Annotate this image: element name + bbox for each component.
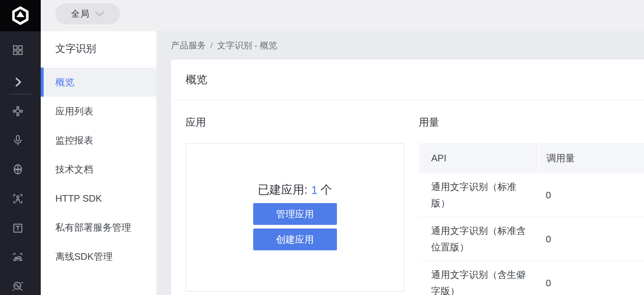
sidebar-item-3[interactable]: 监控报表 [41, 126, 156, 155]
region-selector[interactable]: 全局 [55, 3, 120, 24]
cloud-logo[interactable] [0, 0, 41, 31]
rail-divider [9, 94, 32, 94]
text-recognition-icon[interactable] [12, 222, 24, 234]
sidebar-title-divider [41, 66, 156, 66]
sidebar-menu: 概览应用列表监控报表技术文档HTTP SDK私有部署服务管理离线SDK管理 [41, 68, 156, 271]
app-panel: 已建应用: 1 个 管理应用创建应用 [186, 143, 404, 292]
sidebar-title: 文字识别 [41, 31, 156, 66]
sidebar-item-2[interactable]: 应用列表 [41, 97, 156, 126]
usage-table: API 调用量 通用文字识别（标准版）0通用文字识别（标准含位置版）0通用文字识… [419, 143, 644, 295]
sidebar-item-1[interactable]: 概览 [41, 68, 156, 97]
sidebar-item-7[interactable]: 离线SDK管理 [41, 242, 156, 271]
call-count-cell: 0 [538, 261, 644, 295]
usage-table-header: API 调用量 [419, 143, 644, 173]
usage-table-row: 通用文字识别（含生僻字版）0 [419, 261, 644, 295]
sidebar-item-label: 应用列表 [55, 105, 93, 118]
manage-app-button[interactable]: 管理应用 [253, 203, 337, 225]
breadcrumb: 产品服务/文字识别 - 概览 [171, 31, 277, 60]
main-area: 产品服务/文字识别 - 概览 概览 应用 用量 已建应用: 1 个 管理应用创建… [156, 31, 644, 295]
content-card: 概览 应用 用量 已建应用: 1 个 管理应用创建应用 API 调用量 通用文字… [171, 60, 644, 295]
api-name-line: 位置版） [431, 239, 538, 255]
body-scan-icon[interactable] [12, 193, 24, 205]
api-name-line: 版） [431, 195, 538, 211]
column-header-api: API [419, 143, 538, 173]
grid-icon[interactable] [12, 44, 24, 56]
sidebar-item-5[interactable]: HTTP SDK [41, 184, 156, 213]
create-app-button[interactable]: 创建应用 [253, 229, 337, 250]
api-name-cell: 通用文字识别（标准含位置版） [419, 217, 538, 261]
chevron-right-icon[interactable] [12, 76, 24, 88]
usage-table-row: 通用文字识别（标准含位置版）0 [419, 217, 644, 261]
api-name-cell: 通用文字识别（标准版） [419, 173, 538, 217]
call-count-cell: 0 [538, 217, 644, 261]
built-apps-line: 已建应用: 1 个 [258, 183, 332, 197]
chevron-down-icon [95, 11, 104, 17]
page-title: 概览 [186, 72, 207, 87]
breadcrumb-separator: / [210, 40, 213, 50]
sidebar-item-6[interactable]: 私有部署服务管理 [41, 213, 156, 242]
sidebar-item-label: 离线SDK管理 [55, 250, 112, 263]
api-name-line: 字版） [431, 283, 538, 295]
product-sidebar: 文字识别 概览应用列表监控报表技术文档HTTP SDK私有部署服务管理离线SDK… [41, 31, 156, 295]
app-section-heading: 应用 [186, 116, 206, 129]
sidebar-item-label: 私有部署服务管理 [55, 221, 131, 234]
breadcrumb-link[interactable]: 产品服务 [171, 40, 206, 51]
top-bar: 全局 [0, 0, 644, 31]
sidebar-item-label: 概览 [55, 76, 74, 89]
usage-table-row: 通用文字识别（标准版）0 [419, 173, 644, 217]
nodes-icon[interactable] [12, 105, 24, 117]
face-mesh-icon[interactable] [12, 163, 24, 175]
built-apps-count: 1 [311, 183, 318, 197]
cloud-cube-logo-icon [11, 6, 30, 25]
page-header: 概览 [171, 60, 644, 100]
curve-search-icon[interactable] [12, 280, 24, 292]
breadcrumb-current: 文字识别 - 概览 [217, 40, 277, 51]
built-apps-unit: 个 [321, 182, 332, 198]
product-icon-rail [0, 31, 41, 295]
sidebar-item-4[interactable]: 技术文档 [41, 155, 156, 184]
image-scan-icon[interactable] [12, 251, 24, 263]
call-count-cell: 0 [538, 173, 644, 217]
region-label: 全局 [71, 8, 90, 20]
column-header-calls: 调用量 [538, 143, 644, 173]
api-name-line: 通用文字识别（含生僻 [431, 267, 538, 283]
sidebar-item-label: 监控报表 [55, 134, 93, 147]
api-name-cell: 通用文字识别（含生僻字版） [419, 261, 538, 295]
api-name-line: 通用文字识别（标准 [431, 179, 538, 195]
api-name-line: 通用文字识别（标准含 [431, 223, 538, 239]
microphone-icon[interactable] [12, 134, 24, 146]
built-apps-label: 已建应用: [258, 182, 307, 198]
usage-section-heading: 用量 [419, 116, 439, 129]
sidebar-item-label: 技术文档 [55, 163, 93, 176]
sidebar-item-label: HTTP SDK [55, 193, 102, 204]
